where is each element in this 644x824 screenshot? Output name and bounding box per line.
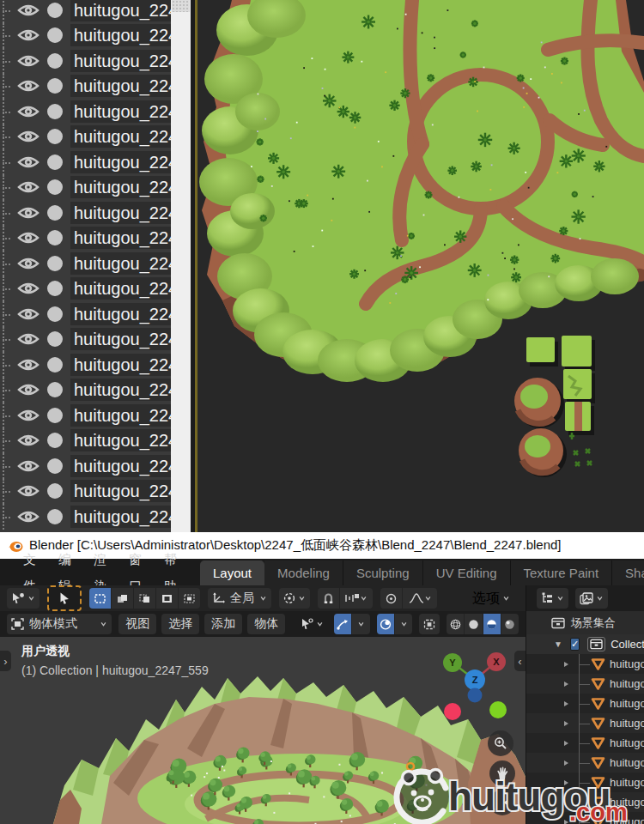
list-item[interactable]: huitugou_2247 [0, 504, 171, 530]
xray-toggle[interactable] [419, 614, 440, 634]
list-item[interactable]: huitugou_2247 [0, 200, 171, 226]
selectability-dot-icon[interactable] [47, 458, 63, 474]
object-name[interactable]: huitugou_2247 [70, 455, 171, 477]
object-name[interactable]: huitugou_2247 [610, 796, 644, 809]
workspace-tab[interactable]: Layout [200, 560, 264, 585]
viewport-menu[interactable]: 选择 [161, 614, 199, 634]
viewport-top-island[interactable] [197, 0, 644, 532]
selectability-dot-icon[interactable] [47, 408, 63, 423]
eye-visibility-icon[interactable] [17, 179, 39, 195]
object-name[interactable]: huitugou_2247 [610, 657, 644, 670]
object-name[interactable]: huitugou_2247 [610, 815, 644, 824]
outliner-object-row[interactable]: huitugou_2247 [526, 674, 644, 694]
eye-visibility-icon[interactable] [17, 53, 39, 69]
object-name[interactable]: huitugou_2247 [70, 277, 171, 300]
object-name[interactable]: huitugou_2247 [70, 328, 171, 350]
expand-arrow-icon[interactable] [564, 800, 568, 805]
gizmo-neg-z-ball[interactable] [468, 688, 483, 703]
select-mode-extend[interactable] [112, 588, 134, 609]
viewport-canvas[interactable]: 用户透视 (1) Collection | huitugou_2247_559 … [0, 637, 526, 824]
selectability-dot-icon[interactable] [47, 306, 63, 322]
select-tool-button[interactable] [47, 585, 82, 611]
snap-target-dropdown[interactable] [340, 588, 373, 609]
snap-toggle[interactable] [318, 588, 340, 609]
eye-visibility-icon[interactable] [17, 104, 39, 119]
list-item[interactable]: huitugou_2247 [0, 23, 171, 49]
selectability-dot-icon[interactable] [47, 382, 63, 397]
shading-wireframe[interactable] [447, 614, 465, 634]
object-name[interactable]: huitugou_2247 [610, 677, 644, 690]
outliner-object-row[interactable]: huitugou_2247 [526, 713, 644, 733]
gizmos-toggle[interactable] [334, 614, 352, 634]
zoom-button[interactable] [488, 730, 513, 756]
list-item[interactable]: huitugou_2247 [0, 327, 171, 353]
selectability-filter-dropdown[interactable] [297, 614, 327, 634]
list-item[interactable]: huitugou_2247 [0, 226, 171, 251]
expand-arrow-icon[interactable] [564, 760, 568, 766]
eye-visibility-icon[interactable] [17, 27, 39, 43]
list-item[interactable]: huitugou_2247 [0, 251, 171, 276]
workspace-tab[interactable]: Texture Paint [511, 560, 613, 585]
eye-visibility-icon[interactable] [17, 129, 39, 144]
options-dropdown[interactable]: 选项 [469, 588, 513, 609]
select-mode-invert[interactable] [156, 588, 179, 609]
object-name[interactable]: huitugou_2247 [610, 736, 644, 749]
expand-arrow-icon[interactable] [564, 780, 568, 785]
eye-visibility-icon[interactable] [17, 408, 39, 423]
eye-visibility-icon[interactable] [17, 78, 39, 94]
shading-rendered[interactable] [501, 614, 519, 634]
gizmos-dropdown[interactable] [352, 614, 369, 634]
object-name[interactable]: huitugou_2247 [610, 697, 644, 710]
workspace-tab[interactable]: Shading [612, 560, 644, 585]
object-name[interactable]: huitugou_2247 [70, 125, 171, 148]
disclosure-triangle-icon[interactable]: ▼ [554, 639, 562, 649]
list-item[interactable]: huitugou_2247 [0, 149, 171, 175]
object-name[interactable]: huitugou_2247 [70, 0, 171, 21]
list-item[interactable]: huitugou_2247 [0, 0, 171, 23]
object-name[interactable]: huitugou_2247 [70, 354, 171, 376]
eye-visibility-icon[interactable] [17, 306, 39, 322]
outliner-object-row[interactable]: huitugou_2247 [526, 654, 644, 674]
outliner-object-row[interactable]: huitugou_2247 [526, 733, 644, 753]
transform-orientation-dropdown[interactable]: 全局 [208, 588, 271, 609]
list-item[interactable]: huitugou_2247 [0, 276, 171, 302]
list-item[interactable]: huitugou_2247 [0, 453, 171, 479]
eye-visibility-icon[interactable] [17, 205, 39, 221]
overlays-dropdown[interactable] [395, 614, 412, 634]
outliner-object-row[interactable]: huitugou_2247 [526, 753, 644, 772]
collection-row[interactable]: ▼ ✓ Collection [526, 634, 644, 654]
eye-visibility-icon[interactable] [17, 281, 39, 296]
selectability-dot-icon[interactable] [47, 78, 63, 94]
proportional-toggle[interactable] [380, 588, 403, 609]
object-name[interactable]: huitugou_2247 [70, 303, 171, 325]
object-name[interactable]: huitugou_2247 [610, 756, 644, 769]
expand-arrow-icon[interactable] [564, 721, 568, 726]
expand-arrow-icon[interactable] [564, 741, 568, 746]
camera-view-button[interactable] [489, 790, 515, 815]
list-item[interactable]: huitugou_2247 [0, 378, 171, 403]
outliner-object-row[interactable]: huitugou_2247 [526, 694, 644, 713]
object-name[interactable]: huitugou_2247 [70, 404, 171, 427]
eye-visibility-icon[interactable] [17, 256, 39, 271]
eye-visibility-icon[interactable] [17, 433, 39, 448]
select-mode-intersect[interactable] [179, 588, 200, 609]
object-name[interactable]: huitugou_2247 [70, 480, 171, 502]
object-name[interactable]: huitugou_2247 [70, 151, 171, 173]
list-item[interactable]: huitugou_2247 [0, 479, 171, 505]
outliner-object-row[interactable]: huitugou_2247 [526, 772, 644, 792]
mode-dropdown[interactable]: 物体模式 [7, 614, 112, 634]
selectability-dot-icon[interactable] [47, 433, 63, 448]
list-item[interactable]: huitugou_2247 [0, 48, 171, 74]
collection-checkbox[interactable]: ✓ [570, 638, 580, 651]
eye-visibility-icon[interactable] [17, 357, 39, 373]
editor-type-dropdown[interactable] [537, 588, 568, 609]
list-item[interactable]: huitugou_2247 [0, 352, 171, 378]
object-name[interactable]: huitugou_2247 [70, 202, 171, 224]
selectability-dot-icon[interactable] [47, 129, 63, 144]
object-name[interactable]: huitugou_2247 [70, 506, 171, 528]
scrollbar-thumb[interactable] [172, 0, 190, 12]
list-item[interactable]: huitugou_2247 [0, 74, 171, 100]
expand-arrow-icon[interactable] [564, 820, 568, 824]
list-item[interactable]: huitugou_2247 [0, 99, 171, 124]
select-mode-set[interactable] [89, 588, 112, 609]
